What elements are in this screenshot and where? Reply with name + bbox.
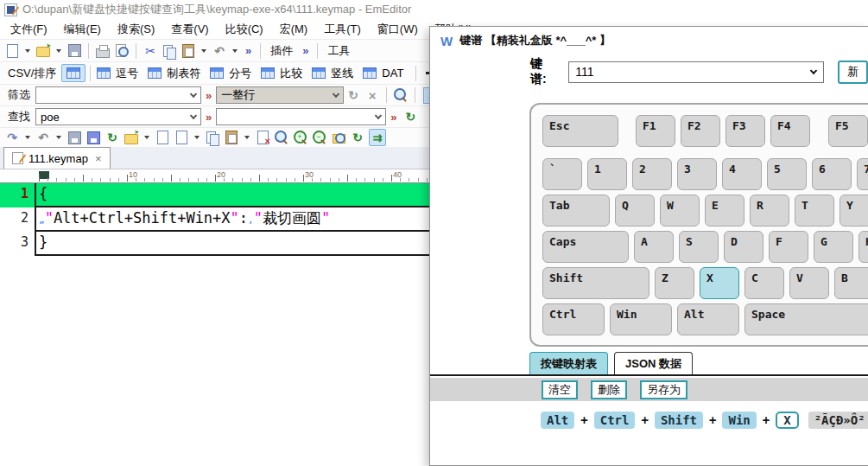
menu-item[interactable]: 搜索(S) bbox=[111, 20, 162, 39]
csv-mode-selected-button[interactable] bbox=[61, 64, 86, 82]
csv-mode-button[interactable]: 竖线 bbox=[310, 66, 353, 81]
key-Space[interactable]: Space bbox=[744, 303, 868, 335]
save-icon[interactable] bbox=[67, 130, 82, 145]
key-F1[interactable]: F1 bbox=[636, 115, 675, 147]
key-Shift[interactable]: Shift bbox=[542, 267, 649, 299]
key-Y[interactable]: Y bbox=[839, 195, 868, 227]
key-R[interactable]: R bbox=[750, 195, 789, 227]
new-file-dropdown-icon[interactable] bbox=[25, 49, 30, 53]
keymap-select[interactable]: 111 bbox=[568, 61, 824, 83]
mag-plus-icon[interactable] bbox=[293, 130, 308, 145]
menu-item[interactable]: 文件(F) bbox=[3, 20, 54, 39]
chevron-down-icon[interactable] bbox=[190, 91, 197, 98]
menu-item[interactable]: 宏(M) bbox=[273, 20, 315, 39]
page-icon[interactable] bbox=[174, 130, 189, 145]
menu-item[interactable]: 查看(V) bbox=[164, 20, 215, 39]
key-V[interactable]: V bbox=[789, 267, 829, 299]
modifier-chip[interactable]: Win bbox=[722, 412, 756, 429]
key-H[interactable]: H bbox=[858, 231, 868, 263]
key-D[interactable]: D bbox=[724, 231, 763, 263]
copy-icon[interactable] bbox=[162, 43, 177, 59]
chevron-down-icon[interactable] bbox=[810, 67, 817, 74]
csv-mode-button[interactable]: 比较 bbox=[259, 66, 302, 81]
menu-item[interactable]: 工具(T) bbox=[317, 20, 368, 39]
find-second-input[interactable] bbox=[216, 108, 386, 125]
clear-filter-icon[interactable] bbox=[364, 87, 380, 103]
find-overflow-chevron[interactable]: » bbox=[206, 111, 212, 124]
filter-overflow-chevron[interactable]: » bbox=[206, 89, 212, 102]
key-Win[interactable]: Win bbox=[610, 303, 672, 335]
paste-icon[interactable] bbox=[181, 43, 196, 59]
modifier-chip[interactable]: Shift bbox=[655, 412, 703, 429]
key-Ctrl[interactable]: Ctrl bbox=[542, 303, 605, 335]
action-button[interactable]: 清空 bbox=[542, 380, 578, 399]
key-1[interactable]: 1 bbox=[587, 158, 627, 190]
key-4[interactable]: 4 bbox=[722, 158, 762, 190]
key-F5[interactable]: F5 bbox=[828, 115, 868, 147]
new-file-icon[interactable] bbox=[4, 43, 20, 59]
paste-icon[interactable] bbox=[224, 130, 239, 145]
plugins-overflow-chevron[interactable]: » bbox=[302, 44, 308, 57]
menu-item[interactable]: 编辑(E) bbox=[57, 20, 108, 39]
action-button[interactable]: 另存为 bbox=[640, 380, 687, 399]
key-Z[interactable]: Z bbox=[655, 267, 694, 299]
modifier-chip[interactable]: Alt bbox=[541, 412, 574, 429]
chevron-down-icon[interactable] bbox=[190, 112, 197, 119]
key-S[interactable]: S bbox=[679, 231, 719, 263]
key-B[interactable]: B bbox=[834, 267, 868, 299]
modifier-chip[interactable]: Ctrl bbox=[594, 412, 636, 429]
mag-icon[interactable] bbox=[274, 130, 289, 145]
tab-json-data[interactable]: JSON 数据 bbox=[614, 352, 693, 374]
chevron-down-icon[interactable] bbox=[333, 91, 339, 98]
wrap-sel-icon[interactable] bbox=[369, 129, 386, 146]
key-F3[interactable]: F3 bbox=[725, 115, 765, 147]
dropdown-icon[interactable] bbox=[194, 136, 200, 139]
key-T[interactable]: T bbox=[795, 195, 834, 227]
find-input[interactable]: poe bbox=[35, 108, 201, 125]
save-all-icon[interactable] bbox=[86, 130, 101, 145]
key-Caps[interactable]: Caps bbox=[542, 231, 629, 263]
menu-item[interactable]: 窗口(W) bbox=[371, 20, 425, 39]
dropdown-icon[interactable] bbox=[56, 136, 61, 139]
close-icon[interactable]: × bbox=[95, 152, 102, 165]
toolbar-overflow-chevron[interactable]: » bbox=[245, 44, 251, 57]
csv-mode-button[interactable]: 分号 bbox=[208, 66, 251, 81]
key-Alt[interactable]: Alt bbox=[677, 303, 739, 335]
key-F2[interactable]: F2 bbox=[681, 115, 720, 147]
plugins-toolbar-label[interactable]: 插件 bbox=[270, 43, 293, 59]
key-Tab[interactable]: Tab bbox=[542, 195, 610, 227]
csv-mode-button[interactable]: 逗号 bbox=[95, 66, 138, 81]
save-icon[interactable] bbox=[67, 43, 82, 59]
folder-mag-icon[interactable] bbox=[331, 130, 346, 145]
open-dropdown-icon[interactable] bbox=[56, 49, 61, 53]
tools-toolbar-label[interactable]: 工具 bbox=[327, 43, 350, 59]
key-W[interactable]: W bbox=[660, 195, 700, 227]
csv-mode-button[interactable]: 制表符 bbox=[146, 66, 200, 81]
refresh-pages-icon[interactable] bbox=[350, 130, 365, 145]
key-6[interactable]: 6 bbox=[812, 158, 852, 190]
dropdown-icon[interactable] bbox=[144, 136, 149, 139]
key-7[interactable]: 7 bbox=[857, 158, 868, 190]
print-preview-icon[interactable] bbox=[114, 43, 130, 59]
key-`[interactable]: ` bbox=[542, 158, 582, 190]
dropdown-icon[interactable] bbox=[25, 136, 30, 139]
undo-icon[interactable] bbox=[35, 130, 51, 145]
undo-dropdown-icon[interactable] bbox=[232, 49, 238, 53]
print-icon[interactable] bbox=[95, 43, 111, 59]
page-x-icon[interactable] bbox=[255, 130, 270, 145]
refresh-filter-icon[interactable] bbox=[345, 87, 361, 103]
tab-mapping-table[interactable]: 按键映射表 bbox=[529, 352, 608, 374]
csv-mode-button[interactable]: DAT bbox=[361, 67, 403, 80]
open-folder-icon[interactable] bbox=[35, 43, 51, 59]
key-F4[interactable]: F4 bbox=[770, 115, 810, 147]
search-refresh-icon[interactable] bbox=[402, 109, 418, 124]
key-Esc[interactable]: Esc bbox=[542, 115, 618, 147]
key-G[interactable]: G bbox=[814, 231, 853, 263]
key-F[interactable]: F bbox=[769, 231, 808, 263]
mag-minus-icon[interactable] bbox=[312, 130, 327, 145]
paste-dropdown-icon[interactable] bbox=[201, 49, 206, 53]
find-overflow-chevron-2[interactable]: » bbox=[390, 111, 396, 124]
filter-scope-select[interactable]: 一整行 bbox=[216, 86, 344, 104]
page-icon[interactable] bbox=[155, 130, 170, 145]
copy-icon[interactable] bbox=[205, 130, 220, 145]
